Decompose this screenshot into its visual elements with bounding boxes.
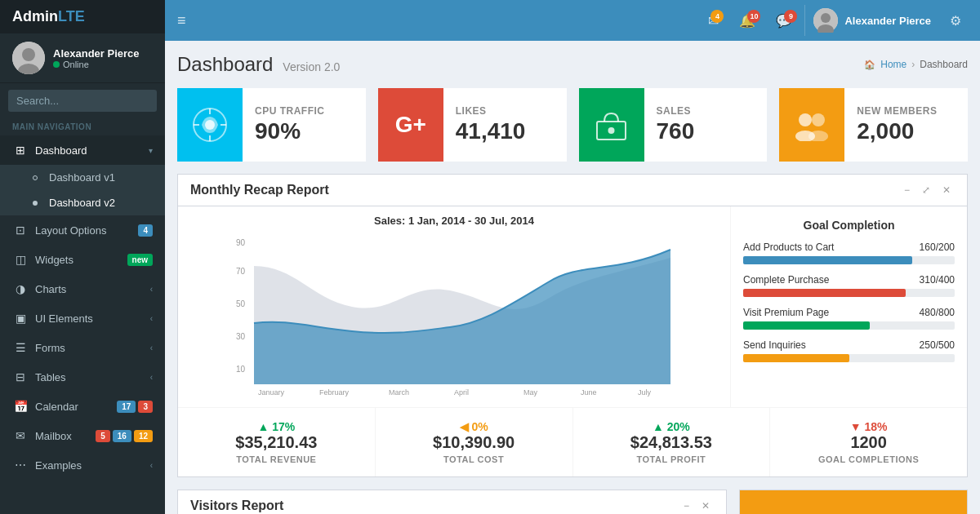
stat-desc: GOAL COMPLETIONS <box>782 454 955 464</box>
goal-header: Visit Premium Page 480/800 <box>743 307 955 318</box>
stat-desc: TOTAL COST <box>388 454 560 464</box>
chevron-right-icon: ‹ <box>150 461 153 470</box>
charts-icon: ◑ <box>12 282 29 295</box>
stat-change: ▲ 20% <box>586 420 758 433</box>
svg-point-15 <box>812 113 825 126</box>
sidebar-item-dashboard[interactable]: ⊞ Dashboard ▾ <box>0 135 165 165</box>
expand-button[interactable]: ⤢ <box>918 183 934 197</box>
stat-icon-sales <box>579 88 644 162</box>
notifications-mail-btn[interactable]: ✉ 4 <box>700 7 727 35</box>
user-dropdown-name: Alexander Pierce <box>844 15 931 27</box>
nav-badge: 4 <box>138 224 153 237</box>
chevron-right-icon: ‹ <box>150 285 153 294</box>
search-input-wrap: 🔍 <box>8 90 157 112</box>
close-button[interactable]: ✕ <box>938 183 955 197</box>
close-button[interactable]: ✕ <box>697 498 714 513</box>
sidebar-item-label: Layout Options <box>35 224 106 237</box>
bell-badge: 10 <box>747 10 760 23</box>
user-status: Online <box>53 60 140 69</box>
nav-item-left: ▣ UI Elements <box>12 312 93 325</box>
user-avatar-small <box>813 8 838 33</box>
sidebar-item-tables[interactable]: ⊟ Tables ‹ <box>0 362 165 392</box>
sidebar-item-label: UI Elements <box>35 312 93 325</box>
stat-label: NEW MEMBERS <box>857 105 956 117</box>
goal-completion: Goal Completion Add Products to Cart 160… <box>730 206 967 407</box>
goal-bar <box>743 256 912 264</box>
sidebar-item-calendar[interactable]: 📅 Calendar 17 3 <box>0 392 165 421</box>
goal-value: 310/400 <box>920 274 955 286</box>
page-title: Dashboard <box>177 53 273 75</box>
top-navbar: ≡ ✉ 4 🔔 10 💬 9 <box>165 0 980 41</box>
minimize-button[interactable]: − <box>679 498 693 513</box>
page-header-left: Dashboard Version 2.0 <box>177 53 340 76</box>
sidebar-item-label: Dashboard v1 <box>49 171 115 184</box>
forms-icon: ☰ <box>12 341 29 354</box>
notifications-chat-btn[interactable]: 💬 9 <box>768 7 800 35</box>
main-wrapper: ≡ ✉ 4 🔔 10 💬 9 <box>165 0 980 514</box>
card-title: Monthly Recap Report <box>190 183 329 197</box>
nav-item-left: ⊟ Tables <box>12 370 66 383</box>
stat-box-members: NEW MEMBERS 2,000 <box>779 88 968 162</box>
stat-label: SALES <box>657 105 755 117</box>
sidebar-item-ui[interactable]: ▣ UI Elements ‹ <box>0 304 165 333</box>
sidebar-item-dashboard-v1[interactable]: Dashboard v1 <box>0 165 165 190</box>
svg-point-7 <box>205 120 215 130</box>
stat-change: ◀ 0% <box>388 420 560 433</box>
nav-item-left: Dashboard v2 <box>33 197 115 209</box>
goal-title: Goal Completion <box>743 219 955 232</box>
search-input[interactable] <box>8 90 157 112</box>
goal-header: Add Products to Cart 160/200 <box>743 241 955 253</box>
sidebar-logo-area: AdminLTE <box>0 0 165 33</box>
svg-text:30: 30 <box>236 332 246 341</box>
user-info: Alexander Pierce Online <box>53 47 140 69</box>
sidebar-item-forms[interactable]: ☰ Forms ‹ <box>0 333 165 362</box>
stat-bottom-revenue: ▲ 17% $35,210.43 TOTAL REVENUE <box>178 408 376 476</box>
goal-header: Complete Purchase 310/400 <box>743 274 955 286</box>
hamburger-icon[interactable]: ≡ <box>177 12 186 29</box>
goal-label: Send Inquiries <box>743 339 806 351</box>
sidebar-item-label: Tables <box>35 371 66 383</box>
sidebar-item-mailbox[interactable]: ✉ Mailbox 5 16 12 <box>0 421 165 450</box>
sidebar-item-label: Dashboard v2 <box>49 197 115 209</box>
notifications-bell-btn[interactable]: 🔔 10 <box>731 7 764 35</box>
sidebar-item-widgets[interactable]: ◫ Widgets new <box>0 245 165 274</box>
settings-icon[interactable]: ⚙ <box>943 7 968 35</box>
circle-icon-filled <box>33 201 38 206</box>
nav-item-left: Dashboard v1 <box>33 171 115 184</box>
svg-text:March: March <box>389 388 409 397</box>
stat-bottom-profit: ▲ 20% $24,813.53 TOTAL PROFIT <box>573 408 771 476</box>
sidebar-item-examples[interactable]: ⋯ Examples ‹ <box>0 450 165 480</box>
goal-bar <box>743 354 849 362</box>
svg-text:January: January <box>258 388 285 397</box>
stat-value: 41,410 <box>456 118 555 144</box>
svg-text:70: 70 <box>236 267 246 276</box>
dashboard-icon: ⊞ <box>12 144 29 157</box>
stat-value: 760 <box>657 118 755 144</box>
goal-item-0: Add Products to Cart 160/200 <box>743 241 955 264</box>
breadcrumb: 🏠 Home › Dashboard <box>864 59 968 70</box>
nav-item-left: ☰ Forms <box>12 341 65 354</box>
dashboard-submenu: Dashboard v1 Dashboard v2 <box>0 165 165 215</box>
visitors-card-title: Visitors Report <box>190 498 283 513</box>
app-logo: AdminLTE <box>12 8 85 25</box>
svg-point-14 <box>799 113 812 126</box>
nav-badge-12: 12 <box>134 430 153 442</box>
minimize-button[interactable]: − <box>900 183 914 197</box>
stat-content-cpu: CPU TRAFFIC 90% <box>243 88 366 162</box>
mail-badge: 4 <box>710 10 724 23</box>
goal-value: 480/800 <box>920 307 955 318</box>
breadcrumb-home[interactable]: Home <box>880 59 906 70</box>
goal-label: Complete Purchase <box>743 274 829 286</box>
goal-item-1: Complete Purchase 310/400 <box>743 274 955 297</box>
monthly-recap-card: Monthly Recap Report − ⤢ ✕ Sales: 1 Jan,… <box>177 174 968 477</box>
chevron-right-icon: ‹ <box>150 314 153 323</box>
sidebar-item-charts[interactable]: ◑ Charts ‹ <box>0 274 165 304</box>
sidebar-item-layout[interactable]: ⊡ Layout Options 4 <box>0 215 165 245</box>
sidebar: AdminLTE Alexander Pierce Online <box>0 0 165 514</box>
calendar-icon: 📅 <box>12 400 29 413</box>
user-dropdown[interactable]: Alexander Pierce <box>804 5 939 36</box>
sidebar-item-dashboard-v2[interactable]: Dashboard v2 <box>0 190 165 215</box>
stat-icon-members <box>779 88 844 162</box>
svg-text:April: April <box>454 388 469 397</box>
goal-value: 160/200 <box>920 241 955 253</box>
